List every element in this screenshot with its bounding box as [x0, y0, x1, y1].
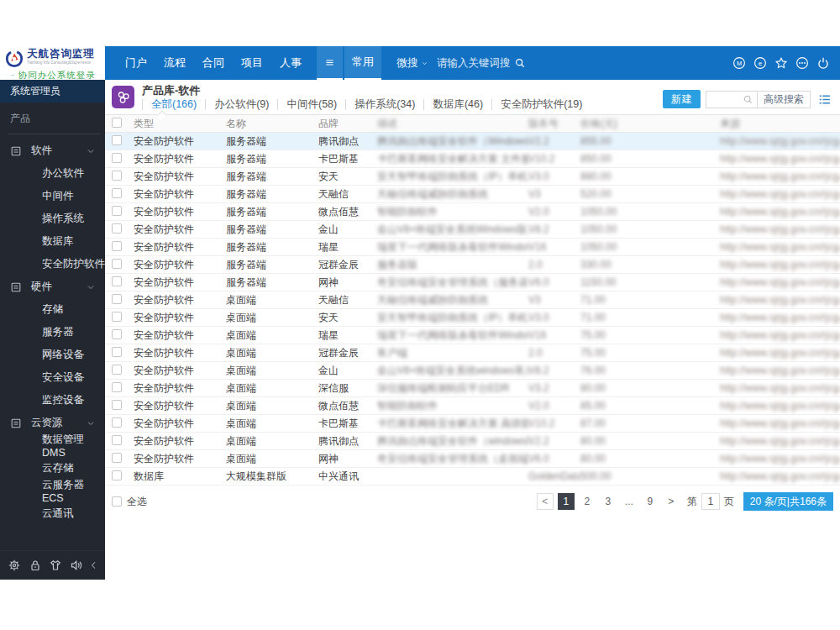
sidebar-item[interactable]: 硬件 [0, 276, 105, 298]
row-checkbox[interactable] [112, 241, 122, 251]
table-row[interactable]: 安全防护软件 桌面端 瑞星 瑞星下一代网络版杀毒软件Windows客户端 V16… [105, 327, 840, 344]
row-checkbox[interactable] [112, 171, 122, 181]
nav-item[interactable]: 合同 [194, 55, 233, 71]
page-number-button[interactable]: 9 [642, 493, 659, 510]
table-row[interactable]: 安全防护软件 桌面端 微点佰慧 智能防御软件 V2.0 85.00 http:/… [105, 397, 840, 415]
row-checkbox[interactable] [112, 259, 122, 269]
table-row[interactable]: 安全防护软件 服务器端 卡巴斯基 卡巴斯基网络安全解决方案 文件服务器防护（服.… [105, 150, 840, 168]
page-number-button[interactable]: 2 [579, 493, 596, 510]
table-row[interactable]: 安全防护软件 服务器端 冠群金辰 服务器版 2.0 330.00 http://… [105, 256, 840, 274]
row-checkbox[interactable] [112, 223, 122, 234]
sidebar-item[interactable]: 云资源 [0, 412, 105, 434]
advanced-search-button[interactable]: 高级搜索 [757, 91, 811, 108]
table-row[interactable]: 安全防护软件 桌面端 天融信 天融信终端威胁防御系统 V3 71.00 http… [105, 291, 840, 309]
table-row[interactable]: 安全防护软件 服务器端 瑞星 瑞星下一代网络版杀毒软件Windows服务器端 V… [105, 239, 840, 256]
sidebar-item[interactable]: 云存储 [0, 457, 105, 480]
page-number-button[interactable]: 1 [558, 493, 575, 510]
message-icon[interactable]: e [753, 56, 767, 70]
sidebar-item[interactable]: 办公软件 [0, 162, 105, 185]
tab-category[interactable]: 安全防护软件(19) [491, 99, 591, 110]
table-row[interactable]: 安全防护软件 服务器端 网神 奇安信终端安全管理系统（服务器端） V6.0 11… [105, 274, 840, 291]
table-row[interactable]: 安全防护软件 服务器端 金山 金山V8+终端安全系统Windows版服务器端 V… [105, 221, 840, 239]
sidebar-item[interactable]: 安全防护软件 [0, 253, 105, 276]
table-row[interactable]: 安全防护软件 桌面端 金山 金山V8+终端安全系统windows客户端 V8.2… [105, 362, 840, 380]
tab-category[interactable]: 中间件(58) [277, 99, 345, 110]
sidebar-item[interactable]: 服务器 [0, 321, 105, 344]
sidebar-item[interactable]: 监控设备 [0, 389, 105, 412]
create-new-button[interactable]: 新建 [663, 90, 701, 108]
row-checkbox[interactable] [112, 347, 122, 357]
row-checkbox[interactable] [112, 382, 122, 392]
sidebar-item[interactable]: 网络设备 [0, 344, 105, 366]
header-checkbox[interactable] [112, 118, 122, 128]
table-row[interactable]: 安全防护软件 服务器端 天融信 天融信终端威胁防御系统 V3 520.00 ht… [105, 186, 840, 203]
sidebar-item[interactable]: 安全设备 [0, 366, 105, 389]
table-row[interactable]: 安全防护软件 服务器端 安天 安天智甲终端防御系统（IP）单机版 V3.0 88… [105, 168, 840, 186]
row-checkbox[interactable] [112, 470, 122, 480]
prev-page-button[interactable]: < [537, 493, 554, 510]
sidebar-item[interactable]: 数据管理DMS [0, 434, 105, 457]
table-row[interactable]: 安全防护软件 服务器端 腾讯御点 腾讯御点终端安全软件（Windows版） V2… [105, 133, 840, 150]
global-search-input[interactable] [437, 57, 514, 69]
nav-item[interactable]: 项目 [233, 55, 271, 71]
nav-item[interactable]: 人事 [271, 55, 310, 71]
role-header[interactable]: 系统管理员 [0, 80, 105, 102]
row-checkbox[interactable] [112, 206, 122, 216]
table-row[interactable]: 安全防护软件 桌面端 冠群金辰 客户端 2.0 75.00 http://www… [105, 344, 840, 362]
nav-item[interactable]: 门户 [117, 55, 155, 71]
page-size-total-badge[interactable]: 20 条/页|共166条 [743, 492, 833, 511]
sidebar-item[interactable]: 软件 [0, 139, 105, 162]
row-checkbox[interactable] [112, 188, 122, 198]
sidebar-item[interactable]: 数据库 [0, 230, 105, 253]
search-scope-dropdown[interactable]: 微搜 [396, 55, 428, 71]
tab-category[interactable]: 操作系统(34) [345, 99, 423, 110]
power-icon[interactable] [816, 56, 830, 70]
m-badge-icon[interactable]: M [732, 56, 746, 70]
sidebar-item[interactable]: 云服务器ECS [0, 480, 105, 502]
row-checkbox[interactable] [112, 400, 122, 410]
row-checkbox[interactable] [112, 312, 122, 322]
row-checkbox[interactable] [112, 365, 122, 375]
tab-category[interactable]: 全部(166) [142, 99, 205, 110]
nav-item[interactable]: 流程 [155, 55, 194, 71]
select-all-checkbox[interactable] [112, 496, 122, 507]
settings-icon[interactable] [8, 559, 21, 572]
page-jump-input[interactable]: 1 [701, 493, 720, 510]
table-row[interactable]: 安全防护软件 桌面端 网神 奇安信终端安全管理系统（桌面端） V6.0 80.0… [105, 450, 840, 468]
row-checkbox[interactable] [112, 294, 122, 304]
search-icon[interactable] [514, 57, 526, 69]
tab-category[interactable]: 数据库(46) [423, 99, 491, 110]
more-circle-icon[interactable] [795, 56, 809, 70]
sidebar-item[interactable]: 操作系统 [0, 207, 105, 230]
select-all-control[interactable]: 全选 [112, 495, 147, 509]
page-number-button[interactable]: ... [621, 493, 638, 510]
cell-price: 85.00 [580, 400, 720, 412]
sidebar-item[interactable]: 中间件 [0, 185, 105, 207]
table-row[interactable]: 安全防护软件 桌面端 深信服 深信服终端检测响应平台EDR V3.2 80.00… [105, 380, 840, 397]
row-checkbox[interactable] [112, 435, 122, 445]
sidebar-item[interactable]: 云通讯 [0, 502, 105, 525]
next-page-button[interactable]: > [663, 493, 680, 510]
lock-icon[interactable] [29, 559, 42, 572]
table-row[interactable]: 安全防护软件 桌面端 腾讯御点 腾讯御点终端安全软件（windows版）V2.2… [105, 433, 840, 450]
page-number-button[interactable]: 3 [600, 493, 617, 510]
table-row[interactable]: 安全防护软件 服务器端 微点佰慧 智能防御软件 V2.0 1050.00 htt… [105, 203, 840, 221]
favorite-star-icon[interactable] [774, 56, 788, 70]
row-checkbox[interactable] [112, 153, 122, 163]
table-row[interactable]: 安全防护软件 桌面端 卡巴斯基 卡巴斯基网络安全解决方案 高级版工作站（桌...… [105, 415, 840, 433]
row-checkbox[interactable] [112, 417, 122, 428]
column-settings-icon[interactable] [817, 92, 832, 107]
row-checkbox[interactable] [112, 276, 122, 286]
sidebar-item[interactable]: 存储 [0, 298, 105, 321]
sound-icon[interactable] [70, 559, 83, 572]
favorites-menu-button[interactable]: 常用 [344, 46, 381, 80]
apps-menu-button[interactable] [317, 46, 343, 80]
collapse-icon[interactable] [91, 561, 97, 570]
table-row[interactable]: 数据库 大规模集群版 中兴通讯 GoldenData s... 500.00 h… [105, 468, 840, 486]
row-checkbox[interactable] [112, 453, 122, 463]
row-checkbox[interactable] [112, 329, 122, 339]
tab-category[interactable]: 办公软件(9) [205, 99, 277, 110]
table-row[interactable]: 安全防护软件 桌面端 安天 安天智甲终端防御系统（IP）单机版 V3.0 71.… [105, 309, 840, 327]
theme-icon[interactable] [49, 559, 62, 572]
row-checkbox[interactable] [112, 135, 122, 145]
